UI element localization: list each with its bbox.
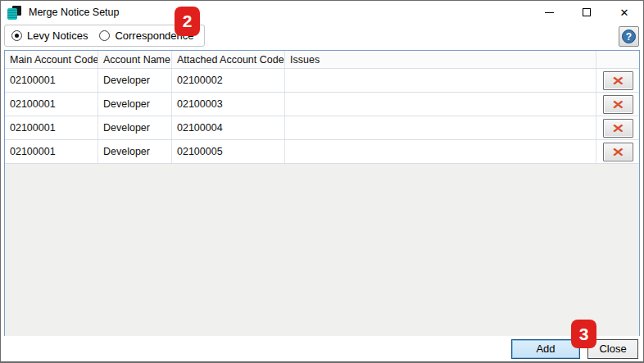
merge-accounts-grid: Main Account Code Account Name Attached …: [4, 50, 640, 337]
cell-account-name[interactable]: Developer: [98, 69, 172, 92]
titlebar: Merge Notice Setup ✕: [1, 1, 643, 24]
cell-delete: ✕: [596, 140, 639, 163]
cell-issues[interactable]: [285, 93, 596, 116]
cell-attached-account-code[interactable]: 02100004: [172, 116, 285, 139]
cell-delete: ✕: [596, 116, 639, 139]
window-controls: ✕: [530, 1, 643, 24]
window-title: Merge Notice Setup: [29, 7, 119, 18]
minimize-button[interactable]: [530, 1, 568, 24]
delete-row-button[interactable]: ✕: [603, 71, 633, 90]
cell-issues[interactable]: [285, 140, 596, 163]
delete-x-icon: ✕: [611, 122, 624, 134]
app-icon-front-stack: [7, 8, 17, 20]
cell-delete: ✕: [596, 93, 639, 116]
radio-selected-icon: [11, 30, 22, 41]
cell-account-name[interactable]: Developer: [98, 140, 172, 163]
step-badge-2: 2: [175, 7, 200, 36]
app-icon: [7, 6, 21, 20]
delete-x-icon: ✕: [611, 75, 624, 87]
maximize-icon: [583, 8, 591, 16]
grid-header-row: Main Account Code Account Name Attached …: [5, 51, 639, 69]
footer: Add Close: [1, 336, 643, 361]
add-button[interactable]: Add: [511, 339, 580, 359]
delete-x-icon: ✕: [611, 146, 624, 158]
cell-issues[interactable]: [285, 69, 596, 92]
table-row: 02100001 Developer 02100002 ✕: [5, 69, 639, 93]
table-row: 02100001 Developer 02100005 ✕: [5, 140, 639, 164]
merge-notice-setup-dialog: Merge Notice Setup ✕ Levy Notices Corres…: [0, 0, 644, 363]
column-header-delete: [596, 51, 639, 68]
radio-unselected-icon: [99, 30, 110, 41]
column-header-account-name[interactable]: Account Name: [98, 51, 172, 68]
delete-x-icon: ✕: [611, 98, 624, 111]
cell-delete: ✕: [596, 69, 639, 92]
minimize-icon: [545, 12, 554, 13]
help-button[interactable]: ?: [619, 26, 639, 47]
radio-levy-notices[interactable]: Levy Notices: [11, 29, 88, 42]
radio-levy-notices-label: Levy Notices: [27, 29, 88, 42]
column-header-main-account-code[interactable]: Main Account Code: [5, 51, 98, 68]
table-row: 02100001 Developer 02100004 ✕: [5, 116, 639, 140]
cell-account-name[interactable]: Developer: [98, 93, 172, 116]
step-badge-3: 3: [571, 320, 596, 348]
cell-main-account-code[interactable]: 02100001: [5, 69, 98, 92]
delete-row-button[interactable]: ✕: [603, 143, 633, 161]
cell-main-account-code[interactable]: 02100001: [5, 93, 98, 116]
cell-main-account-code[interactable]: 02100001: [5, 116, 98, 139]
delete-row-button[interactable]: ✕: [603, 95, 633, 114]
cell-attached-account-code[interactable]: 02100005: [172, 140, 285, 163]
maximize-button[interactable]: [568, 1, 605, 24]
close-icon: ✕: [620, 7, 629, 18]
grid-empty-area: [5, 164, 639, 336]
help-icon: ?: [622, 29, 636, 43]
close-window-button[interactable]: ✕: [605, 1, 643, 24]
cell-issues[interactable]: [285, 116, 596, 139]
delete-row-button[interactable]: ✕: [603, 119, 633, 138]
cell-main-account-code[interactable]: 02100001: [5, 140, 98, 163]
table-row: 02100001 Developer 02100003 ✕: [5, 93, 639, 116]
cell-attached-account-code[interactable]: 02100002: [172, 69, 285, 92]
column-header-attached-account-code[interactable]: Attached Account Code: [172, 51, 285, 68]
cell-account-name[interactable]: Developer: [98, 116, 172, 139]
cell-attached-account-code[interactable]: 02100003: [172, 93, 285, 116]
column-header-issues[interactable]: Issues: [285, 51, 596, 68]
